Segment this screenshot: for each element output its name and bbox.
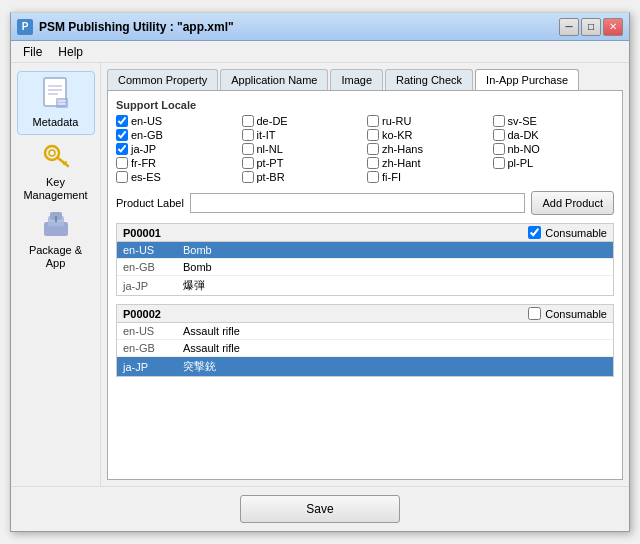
tab-in-app-purchase[interactable]: In-App Purchase — [475, 69, 579, 90]
sidebar-metadata-label: Metadata — [33, 116, 79, 129]
entry-value: Assault rifle — [177, 323, 613, 340]
sidebar-item-key-management[interactable]: Key Management — [17, 139, 95, 203]
product-id-P00002: P00002 — [123, 308, 161, 320]
svg-point-9 — [49, 150, 55, 156]
close-button[interactable]: ✕ — [603, 18, 623, 36]
locale-checkbox-zh-Hant[interactable] — [367, 157, 379, 169]
locale-checkbox-es-ES[interactable] — [116, 171, 128, 183]
svg-line-11 — [64, 162, 66, 164]
entry-locale: ja-JP — [117, 276, 177, 296]
locale-checkbox-de-DE[interactable] — [242, 115, 254, 127]
key-icon — [38, 140, 74, 172]
locale-label-zh-Hant: zh-Hant — [382, 157, 421, 169]
entry-locale: en-US — [117, 242, 177, 259]
product-table-P00002: en-USAssault rifleen-GBAssault rifleja-J… — [117, 323, 613, 376]
product-header-P00001: P00001Consumable — [117, 224, 613, 242]
consumable-checkbox-P00001[interactable] — [528, 226, 541, 239]
tab-application-name[interactable]: Application Name — [220, 69, 328, 90]
locale-label-it-IT: it-IT — [257, 129, 276, 141]
entry-value: 突撃銃 — [177, 357, 613, 377]
locale-item-en-US: en-US — [116, 115, 238, 127]
tab-rating-check[interactable]: Rating Check — [385, 69, 473, 90]
title-bar: P PSM Publishing Utility : "app.xml" ─ □… — [11, 13, 629, 41]
consumable-checkbox-P00002[interactable] — [528, 307, 541, 320]
locale-checkbox-pl-PL[interactable] — [493, 157, 505, 169]
locale-checkbox-it-IT[interactable] — [242, 129, 254, 141]
save-button[interactable]: Save — [240, 495, 400, 523]
locale-label-es-ES: es-ES — [131, 171, 161, 183]
menu-help[interactable]: Help — [50, 43, 91, 61]
locale-label-fi-FI: fi-FI — [382, 171, 401, 183]
sidebar-item-metadata[interactable]: Metadata — [17, 71, 95, 135]
entry-value: 爆弾 — [177, 276, 613, 296]
package-icon — [38, 208, 74, 240]
table-row[interactable]: ja-JP突撃銃 — [117, 357, 613, 377]
locale-item-ru-RU: ru-RU — [367, 115, 489, 127]
locale-checkbox-zh-Hans[interactable] — [367, 143, 379, 155]
locale-checkbox-nl-NL[interactable] — [242, 143, 254, 155]
locale-checkbox-ru-RU[interactable] — [367, 115, 379, 127]
tab-image[interactable]: Image — [330, 69, 383, 90]
tab-common-property[interactable]: Common Property — [107, 69, 218, 90]
add-product-button[interactable]: Add Product — [531, 191, 614, 215]
app-window: P PSM Publishing Utility : "app.xml" ─ □… — [10, 12, 630, 532]
locale-checkbox-da-DK[interactable] — [493, 129, 505, 141]
table-row[interactable]: ja-JP爆弾 — [117, 276, 613, 296]
locale-checkbox-ja-JP[interactable] — [116, 143, 128, 155]
locale-label-da-DK: da-DK — [508, 129, 539, 141]
sidebar-item-package-app[interactable]: Package & App — [17, 207, 95, 271]
entry-locale: en-GB — [117, 259, 177, 276]
svg-rect-5 — [56, 98, 68, 108]
consumable-row-P00002: Consumable — [528, 307, 607, 320]
product-label-text: Product Label — [116, 197, 184, 209]
locale-item-fr-FR: fr-FR — [116, 157, 238, 169]
maximize-button[interactable]: □ — [581, 18, 601, 36]
locale-checkbox-ko-KR[interactable] — [367, 129, 379, 141]
tabs: Common Property Application Name Image R… — [107, 69, 623, 91]
locale-item-pl-PL: pl-PL — [493, 157, 615, 169]
table-row[interactable]: en-USBomb — [117, 242, 613, 259]
footer: Save — [11, 486, 629, 531]
locale-item-pt-BR: pt-BR — [242, 171, 364, 183]
locale-item-es-ES: es-ES — [116, 171, 238, 183]
locale-checkbox-pt-BR[interactable] — [242, 171, 254, 183]
product-id-P00001: P00001 — [123, 227, 161, 239]
menu-bar: File Help — [11, 41, 629, 63]
tab-area: Common Property Application Name Image R… — [101, 63, 629, 486]
locale-checkbox-fr-FR[interactable] — [116, 157, 128, 169]
locale-checkbox-fi-FI[interactable] — [367, 171, 379, 183]
table-row[interactable]: en-GBAssault rifle — [117, 340, 613, 357]
entry-value: Assault rifle — [177, 340, 613, 357]
entry-locale: en-US — [117, 323, 177, 340]
locale-label-ko-KR: ko-KR — [382, 129, 413, 141]
main-content: Metadata Key Management — [11, 63, 629, 486]
locale-label-pt-PT: pt-PT — [257, 157, 284, 169]
locale-checkbox-en-US[interactable] — [116, 115, 128, 127]
locale-item-zh-Hant: zh-Hant — [367, 157, 489, 169]
locale-item-da-DK: da-DK — [493, 129, 615, 141]
table-row[interactable]: en-USAssault rifle — [117, 323, 613, 340]
locale-label-en-GB: en-GB — [131, 129, 163, 141]
locale-label-sv-SE: sv-SE — [508, 115, 537, 127]
menu-file[interactable]: File — [15, 43, 50, 61]
locale-item-sv-SE: sv-SE — [493, 115, 615, 127]
entry-value: Bomb — [177, 242, 613, 259]
app-icon: P — [17, 19, 33, 35]
consumable-label-P00001: Consumable — [545, 227, 607, 239]
table-row[interactable]: en-GBBomb — [117, 259, 613, 276]
consumable-label-P00002: Consumable — [545, 308, 607, 320]
consumable-row-P00001: Consumable — [528, 226, 607, 239]
title-buttons: ─ □ ✕ — [559, 18, 623, 36]
locale-label-fr-FR: fr-FR — [131, 157, 156, 169]
locale-item-de-DE: de-DE — [242, 115, 364, 127]
minimize-button[interactable]: ─ — [559, 18, 579, 36]
support-locale-label: Support Locale — [116, 99, 614, 111]
product-label-input[interactable] — [190, 193, 526, 213]
locale-checkbox-en-GB[interactable] — [116, 129, 128, 141]
locale-item-zh-Hans: zh-Hans — [367, 143, 489, 155]
locale-checkbox-nb-NO[interactable] — [493, 143, 505, 155]
locale-label-ja-JP: ja-JP — [131, 143, 156, 155]
locale-checkbox-sv-SE[interactable] — [493, 115, 505, 127]
locale-checkbox-pt-PT[interactable] — [242, 157, 254, 169]
sidebar-key-label: Key Management — [22, 176, 90, 202]
